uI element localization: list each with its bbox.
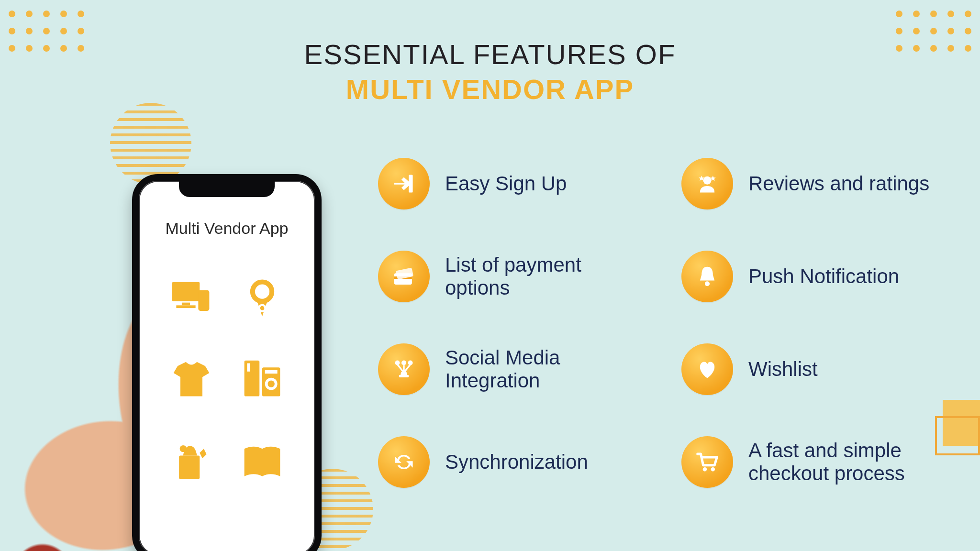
svg-rect-13	[179, 456, 200, 479]
payment-icon	[378, 251, 430, 302]
svg-point-14	[180, 445, 187, 452]
feature-label: A fast and simple checkout process	[748, 439, 942, 485]
svg-rect-1	[182, 303, 190, 306]
sync-icon	[378, 436, 430, 488]
feature-label: Synchronization	[445, 451, 588, 474]
svg-point-25	[401, 360, 406, 365]
svg-point-28	[703, 467, 707, 471]
appliance-icon	[240, 358, 284, 402]
svg-rect-7	[245, 361, 260, 397]
decor-stripes-top	[110, 103, 191, 184]
svg-point-5	[258, 304, 266, 312]
feature-label: Easy Sign Up	[445, 172, 567, 195]
svg-rect-9	[262, 367, 280, 396]
cart-icon	[681, 436, 733, 488]
phone-category-grid	[156, 276, 298, 483]
feature-label: Wishlist	[748, 358, 818, 381]
decor-squares	[943, 400, 980, 446]
svg-rect-8	[247, 364, 250, 372]
svg-point-6	[260, 306, 265, 310]
feature-label: Reviews and ratings	[748, 172, 929, 195]
decor-stripes-bottom	[292, 469, 373, 550]
feature-reviews: Reviews and ratings	[681, 158, 942, 209]
feature-checkout: A fast and simple checkout process	[681, 436, 942, 488]
svg-point-10	[265, 378, 278, 390]
book-icon	[240, 439, 284, 483]
svg-rect-3	[198, 290, 209, 311]
svg-rect-2	[176, 305, 195, 308]
feature-payment: List of payment options	[378, 251, 638, 302]
electronics-icon	[169, 276, 213, 320]
svg-point-4	[253, 282, 272, 301]
svg-rect-27	[399, 375, 409, 377]
svg-rect-12	[265, 370, 278, 374]
svg-point-22	[705, 281, 710, 286]
feature-label: List of payment options	[445, 253, 638, 300]
heart-icon	[681, 343, 733, 395]
title-line1: ESSENTIAL FEATURES OF	[0, 38, 980, 70]
svg-point-29	[711, 467, 715, 471]
svg-rect-15	[409, 175, 412, 192]
svg-point-11	[268, 380, 275, 387]
phone-mockup: Multi Vendor App	[132, 174, 322, 551]
feature-push: Push Notification	[681, 251, 942, 302]
login-icon	[378, 158, 430, 209]
bell-icon	[681, 251, 733, 302]
grocery-icon	[169, 439, 213, 483]
feature-label: Push Notification	[748, 265, 899, 288]
features-grid: Easy Sign Up Reviews and ratings List of…	[378, 158, 942, 488]
phone-app-title: Multi Vendor App	[139, 219, 315, 238]
share-icon	[378, 343, 430, 395]
jewelry-icon	[240, 276, 284, 320]
tshirt-icon	[169, 358, 213, 402]
svg-rect-0	[172, 282, 200, 301]
reviewer-icon	[681, 158, 733, 209]
title-line2: MULTI VENDOR APP	[0, 73, 980, 105]
phone-notch	[179, 181, 275, 197]
page-title: ESSENTIAL FEATURES OF MULTI VENDOR APP	[0, 38, 980, 105]
feature-easy-sign-up: Easy Sign Up	[378, 158, 638, 209]
feature-social: Social Media Integration	[378, 343, 638, 395]
feature-wishlist: Wishlist	[681, 343, 942, 395]
feature-label: Social Media Integration	[445, 346, 638, 393]
feature-sync: Synchronization	[378, 436, 638, 488]
